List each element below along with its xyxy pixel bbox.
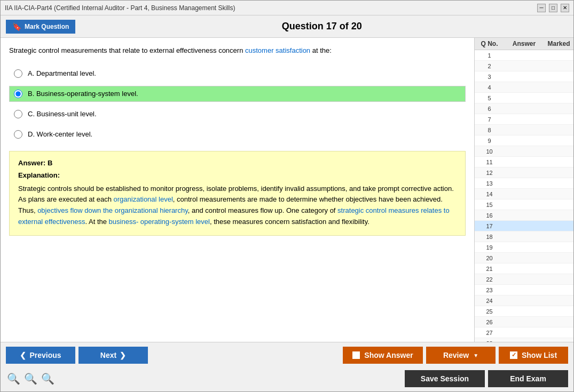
chevron-right-icon: [120, 351, 126, 359]
zoom-controls: 🔍 🔍 🔍: [6, 371, 55, 386]
sidebar-row[interactable]: 25: [475, 306, 573, 317]
bookmark-icon: 🔖: [12, 22, 21, 31]
sidebar-row[interactable]: 1: [475, 50, 573, 61]
bottom-buttons: Previous Next Show Answer Review ▼ Show …: [1, 342, 573, 368]
question-text: Strategic control measurements that rela…: [9, 45, 466, 56]
sidebar-cell-qno: 24: [475, 298, 504, 304]
show-list-button[interactable]: Show List: [499, 347, 568, 364]
sidebar-row[interactable]: 18: [475, 231, 573, 242]
checkbox-icon: [510, 351, 517, 359]
sidebar-row[interactable]: 8: [475, 125, 573, 135]
sidebar-cell-qno: 15: [475, 202, 504, 208]
sidebar-row[interactable]: 26: [475, 317, 573, 327]
sidebar-row[interactable]: 11: [475, 157, 573, 167]
sidebar-cell-qno: 19: [475, 244, 504, 251]
mark-question-button[interactable]: 🔖 Mark Question: [6, 20, 75, 34]
sidebar-cell-qno: 23: [475, 287, 504, 293]
sidebar-header-marked: Marked: [544, 40, 573, 47]
minimize-button[interactable]: ─: [537, 4, 546, 12]
sidebar-header: Q No. Answer Marked: [475, 38, 573, 50]
option-d[interactable]: D. Work-center level.: [9, 126, 466, 142]
sidebar-row[interactable]: 27: [475, 327, 573, 338]
zoom-reset-button[interactable]: 🔍: [23, 371, 38, 386]
title-bar: IIA IIA-CIA-Part4 (Certified Internal Au…: [1, 1, 573, 15]
sidebar-row[interactable]: 15: [475, 199, 573, 210]
radio-d[interactable]: [14, 130, 22, 139]
sidebar-row[interactable]: 16: [475, 210, 573, 221]
sidebar-row[interactable]: 12: [475, 167, 573, 178]
sidebar-cell-qno: 16: [475, 212, 504, 219]
sidebar-row[interactable]: 24: [475, 295, 573, 306]
option-c[interactable]: C. Business-unit level.: [9, 106, 466, 122]
previous-button[interactable]: Previous: [6, 347, 75, 364]
review-button[interactable]: Review ▼: [426, 347, 496, 364]
end-exam-button[interactable]: End Exam: [488, 370, 568, 387]
window-title: IIA IIA-CIA-Part4 (Certified Internal Au…: [5, 4, 235, 12]
sidebar-cell-qno: 13: [475, 180, 504, 187]
sidebar-cell-qno: 25: [475, 308, 504, 315]
right-secondary-buttons: Save Session End Exam: [405, 370, 568, 387]
option-b[interactable]: B. Business-operating-system level.: [9, 86, 466, 102]
sidebar-row[interactable]: 23: [475, 285, 573, 295]
answer-label: Answer: B: [18, 159, 457, 167]
sidebar-row[interactable]: 22: [475, 274, 573, 285]
question-area: Strategic control measurements that rela…: [1, 38, 475, 342]
radio-a[interactable]: [14, 69, 22, 78]
sidebar-row[interactable]: 4: [475, 82, 573, 93]
option-d-text: D. Work-center level.: [28, 130, 92, 138]
sidebar-cell-qno: 12: [475, 170, 504, 176]
sidebar-cell-qno: 27: [475, 330, 504, 336]
sidebar-row[interactable]: 2: [475, 61, 573, 71]
toolbar: 🔖 Mark Question Question 17 of 20: [1, 15, 573, 38]
radio-b[interactable]: [14, 90, 22, 98]
sidebar-cell-qno: 17: [475, 223, 504, 229]
sidebar-cell-qno: 1: [475, 52, 504, 59]
sidebar-row[interactable]: 10: [475, 146, 573, 157]
sidebar-row[interactable]: 9: [475, 135, 573, 146]
sidebar-row[interactable]: 17: [475, 221, 573, 231]
sidebar-cell-qno: 9: [475, 138, 504, 144]
sidebar-row[interactable]: 28: [475, 338, 573, 342]
option-a[interactable]: A. Departmental level.: [9, 66, 466, 82]
option-b-text: B. Business-operating-system level.: [28, 90, 138, 98]
sidebar-header-answer: Answer: [504, 40, 544, 47]
show-answer-button[interactable]: Show Answer: [343, 347, 423, 364]
sidebar-cell-qno: 2: [475, 63, 504, 69]
save-session-button[interactable]: Save Session: [405, 370, 485, 387]
dropdown-icon: ▼: [473, 353, 478, 358]
sidebar-header-qno: Q No.: [475, 40, 504, 47]
close-button[interactable]: ✕: [561, 4, 569, 12]
zoom-in-button[interactable]: 🔍: [40, 371, 55, 386]
sidebar-cell-qno: 10: [475, 148, 504, 155]
sidebar-row[interactable]: 14: [475, 189, 573, 199]
sidebar-cell-qno: 5: [475, 95, 504, 101]
option-c-text: C. Business-unit level.: [28, 110, 97, 118]
radio-c[interactable]: [14, 110, 22, 118]
sidebar-row[interactable]: 13: [475, 178, 573, 189]
sidebar-cell-qno: 4: [475, 84, 504, 91]
maximize-button[interactable]: □: [549, 4, 557, 12]
sidebar-row[interactable]: 3: [475, 71, 573, 82]
explanation-text: Strategic controls should be established…: [18, 183, 457, 228]
sidebar-row[interactable]: 21: [475, 263, 573, 274]
sidebar-row[interactable]: 20: [475, 253, 573, 263]
sidebar-row[interactable]: 6: [475, 103, 573, 114]
square-icon: [352, 351, 360, 359]
zoom-out-button[interactable]: 🔍: [6, 371, 21, 386]
sidebar-row[interactable]: 19: [475, 242, 573, 253]
bottom-secondary: 🔍 🔍 🔍 Save Session End Exam: [1, 368, 573, 391]
main-content: Strategic control measurements that rela…: [1, 38, 573, 342]
sidebar-cell-qno: 20: [475, 255, 504, 261]
sidebar-cell-qno: 11: [475, 159, 504, 165]
window-controls: ─ □ ✕: [537, 4, 569, 12]
sidebar-cell-qno: 3: [475, 74, 504, 80]
sidebar-row[interactable]: 5: [475, 93, 573, 103]
sidebar-cell-qno: 18: [475, 234, 504, 240]
sidebar-cell-qno: 14: [475, 191, 504, 197]
sidebar-row[interactable]: 7: [475, 114, 573, 125]
chevron-left-icon: [20, 351, 26, 359]
explanation-label: Explanation:: [18, 171, 457, 179]
question-title: Question 17 of 20: [75, 21, 568, 32]
next-button[interactable]: Next: [78, 347, 148, 364]
bottom-bar: Previous Next Show Answer Review ▼ Show …: [1, 342, 573, 391]
